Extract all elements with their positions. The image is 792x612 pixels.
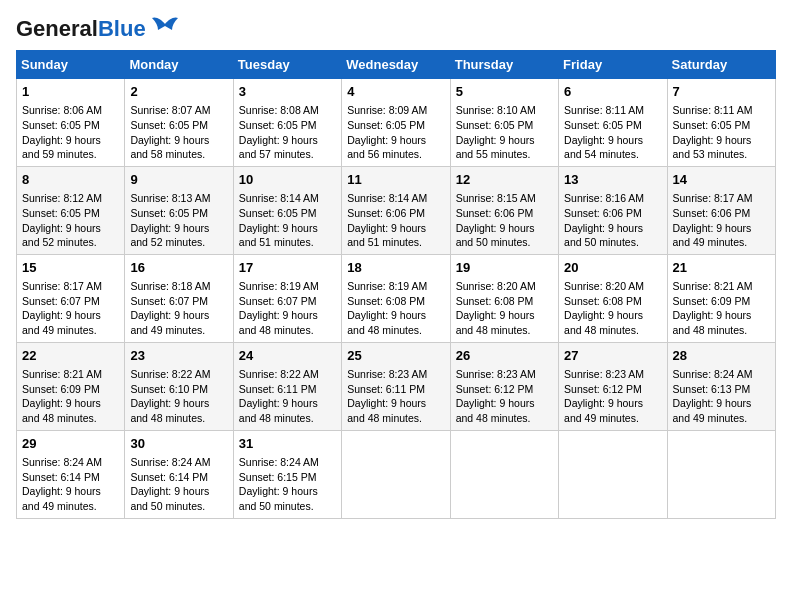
sunrise-time: Sunrise: 8:23 AM (564, 368, 644, 380)
calendar-cell: 21 Sunrise: 8:21 AM Sunset: 6:09 PM Dayl… (667, 254, 775, 342)
calendar-week-2: 8 Sunrise: 8:12 AM Sunset: 6:05 PM Dayli… (17, 166, 776, 254)
daylight-hours: Daylight: 9 hours and 50 minutes. (239, 485, 318, 512)
calendar-cell: 25 Sunrise: 8:23 AM Sunset: 6:11 PM Dayl… (342, 342, 450, 430)
day-header-sunday: Sunday (17, 51, 125, 79)
calendar-cell: 6 Sunrise: 8:11 AM Sunset: 6:05 PM Dayli… (559, 79, 667, 167)
calendar-cell: 9 Sunrise: 8:13 AM Sunset: 6:05 PM Dayli… (125, 166, 233, 254)
sunrise-time: Sunrise: 8:23 AM (347, 368, 427, 380)
calendar-cell: 18 Sunrise: 8:19 AM Sunset: 6:08 PM Dayl… (342, 254, 450, 342)
daylight-hours: Daylight: 9 hours and 55 minutes. (456, 134, 535, 161)
calendar-cell: 10 Sunrise: 8:14 AM Sunset: 6:05 PM Dayl… (233, 166, 341, 254)
sunset-time: Sunset: 6:12 PM (456, 383, 534, 395)
sunset-time: Sunset: 6:10 PM (130, 383, 208, 395)
calendar-cell: 5 Sunrise: 8:10 AM Sunset: 6:05 PM Dayli… (450, 79, 558, 167)
day-number: 26 (456, 347, 553, 365)
sunset-time: Sunset: 6:09 PM (22, 383, 100, 395)
sunrise-time: Sunrise: 8:16 AM (564, 192, 644, 204)
day-header-monday: Monday (125, 51, 233, 79)
calendar-cell: 12 Sunrise: 8:15 AM Sunset: 6:06 PM Dayl… (450, 166, 558, 254)
day-number: 29 (22, 435, 119, 453)
sunrise-time: Sunrise: 8:17 AM (22, 280, 102, 292)
day-header-friday: Friday (559, 51, 667, 79)
calendar-cell: 28 Sunrise: 8:24 AM Sunset: 6:13 PM Dayl… (667, 342, 775, 430)
sunset-time: Sunset: 6:06 PM (347, 207, 425, 219)
sunrise-time: Sunrise: 8:06 AM (22, 104, 102, 116)
day-number: 18 (347, 259, 444, 277)
day-number: 23 (130, 347, 227, 365)
daylight-hours: Daylight: 9 hours and 48 minutes. (347, 397, 426, 424)
sunset-time: Sunset: 6:12 PM (564, 383, 642, 395)
day-number: 27 (564, 347, 661, 365)
sunrise-time: Sunrise: 8:24 AM (239, 456, 319, 468)
sunrise-time: Sunrise: 8:12 AM (22, 192, 102, 204)
day-number: 12 (456, 171, 553, 189)
sunrise-time: Sunrise: 8:17 AM (673, 192, 753, 204)
day-header-saturday: Saturday (667, 51, 775, 79)
day-number: 7 (673, 83, 770, 101)
calendar-cell: 26 Sunrise: 8:23 AM Sunset: 6:12 PM Dayl… (450, 342, 558, 430)
daylight-hours: Daylight: 9 hours and 48 minutes. (239, 309, 318, 336)
sunset-time: Sunset: 6:08 PM (456, 295, 534, 307)
sunset-time: Sunset: 6:07 PM (130, 295, 208, 307)
day-number: 16 (130, 259, 227, 277)
day-number: 9 (130, 171, 227, 189)
daylight-hours: Daylight: 9 hours and 59 minutes. (22, 134, 101, 161)
sunrise-time: Sunrise: 8:24 AM (22, 456, 102, 468)
daylight-hours: Daylight: 9 hours and 49 minutes. (673, 397, 752, 424)
daylight-hours: Daylight: 9 hours and 48 minutes. (456, 309, 535, 336)
logo-text: GeneralBlue (16, 16, 146, 42)
daylight-hours: Daylight: 9 hours and 56 minutes. (347, 134, 426, 161)
day-number: 4 (347, 83, 444, 101)
calendar-table: SundayMondayTuesdayWednesdayThursdayFrid… (16, 50, 776, 519)
sunrise-time: Sunrise: 8:15 AM (456, 192, 536, 204)
calendar-cell: 22 Sunrise: 8:21 AM Sunset: 6:09 PM Dayl… (17, 342, 125, 430)
calendar-cell: 24 Sunrise: 8:22 AM Sunset: 6:11 PM Dayl… (233, 342, 341, 430)
calendar-cell: 16 Sunrise: 8:18 AM Sunset: 6:07 PM Dayl… (125, 254, 233, 342)
sunset-time: Sunset: 6:05 PM (564, 119, 642, 131)
sunrise-time: Sunrise: 8:24 AM (673, 368, 753, 380)
sunrise-time: Sunrise: 8:08 AM (239, 104, 319, 116)
daylight-hours: Daylight: 9 hours and 48 minutes. (22, 397, 101, 424)
daylight-hours: Daylight: 9 hours and 49 minutes. (130, 309, 209, 336)
daylight-hours: Daylight: 9 hours and 49 minutes. (564, 397, 643, 424)
sunrise-time: Sunrise: 8:24 AM (130, 456, 210, 468)
sunset-time: Sunset: 6:09 PM (673, 295, 751, 307)
day-number: 22 (22, 347, 119, 365)
calendar-cell: 4 Sunrise: 8:09 AM Sunset: 6:05 PM Dayli… (342, 79, 450, 167)
day-header-wednesday: Wednesday (342, 51, 450, 79)
sunrise-time: Sunrise: 8:22 AM (130, 368, 210, 380)
sunset-time: Sunset: 6:05 PM (673, 119, 751, 131)
sunrise-time: Sunrise: 8:18 AM (130, 280, 210, 292)
daylight-hours: Daylight: 9 hours and 51 minutes. (239, 222, 318, 249)
day-number: 15 (22, 259, 119, 277)
sunrise-time: Sunrise: 8:21 AM (673, 280, 753, 292)
sunrise-time: Sunrise: 8:22 AM (239, 368, 319, 380)
day-number: 24 (239, 347, 336, 365)
daylight-hours: Daylight: 9 hours and 48 minutes. (456, 397, 535, 424)
daylight-hours: Daylight: 9 hours and 50 minutes. (456, 222, 535, 249)
day-number: 13 (564, 171, 661, 189)
daylight-hours: Daylight: 9 hours and 49 minutes. (673, 222, 752, 249)
calendar-cell: 31 Sunrise: 8:24 AM Sunset: 6:15 PM Dayl… (233, 430, 341, 518)
sunrise-time: Sunrise: 8:11 AM (673, 104, 753, 116)
sunrise-time: Sunrise: 8:23 AM (456, 368, 536, 380)
sunset-time: Sunset: 6:06 PM (456, 207, 534, 219)
sunset-time: Sunset: 6:05 PM (347, 119, 425, 131)
sunset-time: Sunset: 6:05 PM (22, 207, 100, 219)
daylight-hours: Daylight: 9 hours and 48 minutes. (130, 397, 209, 424)
daylight-hours: Daylight: 9 hours and 52 minutes. (22, 222, 101, 249)
calendar-cell: 8 Sunrise: 8:12 AM Sunset: 6:05 PM Dayli… (17, 166, 125, 254)
day-number: 8 (22, 171, 119, 189)
page-header: GeneralBlue (16, 16, 776, 42)
daylight-hours: Daylight: 9 hours and 48 minutes. (347, 309, 426, 336)
sunrise-time: Sunrise: 8:09 AM (347, 104, 427, 116)
daylight-hours: Daylight: 9 hours and 48 minutes. (673, 309, 752, 336)
calendar-cell: 23 Sunrise: 8:22 AM Sunset: 6:10 PM Dayl… (125, 342, 233, 430)
sunrise-time: Sunrise: 8:10 AM (456, 104, 536, 116)
sunset-time: Sunset: 6:14 PM (130, 471, 208, 483)
day-number: 28 (673, 347, 770, 365)
day-number: 17 (239, 259, 336, 277)
sunrise-time: Sunrise: 8:20 AM (564, 280, 644, 292)
daylight-hours: Daylight: 9 hours and 48 minutes. (564, 309, 643, 336)
calendar-header-row: SundayMondayTuesdayWednesdayThursdayFrid… (17, 51, 776, 79)
